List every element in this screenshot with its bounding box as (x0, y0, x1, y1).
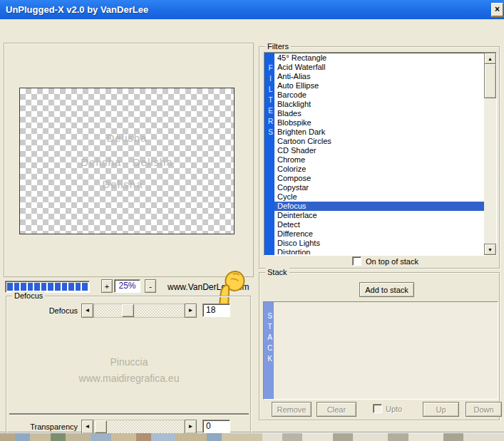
filter-item[interactable]: Detect (274, 220, 484, 229)
defocus-decrease-arrow[interactable]: ◄ (81, 303, 93, 318)
scroll-down-icon[interactable]: ▼ (484, 244, 496, 255)
clear-button: Clear (317, 402, 356, 417)
titlebar: UnPlugged-X v2.0 by VanDerLee (0, 0, 504, 19)
on-top-of-stack-label[interactable]: On top of stack (366, 257, 418, 266)
filter-item[interactable]: Compose (274, 174, 484, 183)
up-button: Up (423, 402, 459, 417)
transparency-slider-track[interactable] (93, 420, 185, 434)
defocus-slider-label: Defocus (22, 306, 78, 315)
filter-item[interactable]: Blobspike (274, 118, 484, 128)
close-icon[interactable]: × (491, 3, 503, 16)
preview-watermark-text: Delisha Delisha (20, 156, 234, 168)
preview-image[interactable]: Delisha Delisha Delisha Delisha (19, 88, 235, 234)
stack-vertical-label: STACK (264, 302, 274, 399)
background-page-strip (0, 433, 504, 441)
preview-watermark-text: Delisha (20, 178, 234, 190)
filter-item[interactable]: Blades (274, 109, 484, 118)
filter-item[interactable]: Cartoon Circles (274, 137, 484, 146)
filter-item[interactable]: Difference (274, 229, 484, 239)
on-top-of-stack-checkbox[interactable] (352, 256, 361, 266)
filter-item[interactable]: Barcode (274, 90, 484, 100)
filter-item[interactable]: Auto Ellipse (274, 81, 484, 90)
progress-block (62, 283, 68, 291)
progress-block (7, 283, 13, 291)
dialog-watermark-url: www.maidiregrafica.eu (58, 373, 200, 384)
progress-block (14, 283, 20, 291)
filter-item[interactable]: Brighten Dark (274, 128, 484, 137)
filters-listbox: FILTERS 45° Rectangle Acid Waterfall Ant… (264, 52, 497, 256)
zoom-level-display: 25% (114, 279, 140, 293)
add-to-stack-button[interactable]: Add to stack (359, 282, 414, 297)
separator-line (9, 413, 249, 415)
vanderlee-website-link[interactable]: www.VanDerLee.com (168, 282, 250, 292)
progress-block (76, 283, 81, 291)
transparency-decrease-arrow[interactable]: ◄ (81, 420, 93, 434)
stack-group-title: Stack (265, 268, 289, 276)
unplugged-x-dialog: UnPlugged-X v2.0 by VanDerLee × Delisha … (0, 0, 504, 441)
progress-block (55, 283, 61, 291)
filter-item[interactable]: Acid Waterfall (274, 63, 484, 72)
filters-group-title: Filters (265, 42, 291, 51)
transparency-value-field[interactable]: 0 (202, 420, 230, 433)
scrollbar-thumb[interactable] (484, 63, 496, 98)
progress-block (34, 283, 40, 291)
transparency-slider-thumb[interactable] (95, 420, 107, 433)
defocus-increase-arrow[interactable]: ► (185, 303, 197, 318)
filter-item[interactable]: Disco Lights (274, 239, 484, 248)
filter-item[interactable]: Colorize (274, 165, 484, 174)
defocus-value-field[interactable]: 18 (202, 303, 230, 317)
filter-item[interactable]: Deinterlace (274, 211, 484, 220)
transparency-increase-arrow[interactable]: ► (185, 420, 197, 434)
filter-item[interactable]: Copystar (274, 183, 484, 192)
defocus-slider-thumb[interactable] (122, 304, 134, 317)
scroll-up-icon[interactable]: ▲ (484, 53, 496, 64)
dialog-watermark-name: Pinuccia (58, 356, 200, 368)
stack-listbox: STACK (263, 301, 498, 400)
filter-item[interactable]: Anti-Alias (274, 72, 484, 81)
filter-item[interactable]: Blacklight (274, 100, 484, 109)
upto-checkbox (373, 404, 382, 413)
progress-block (82, 283, 88, 291)
progress-block (21, 283, 26, 291)
remove-button: Remove (272, 402, 312, 417)
preview-panel: Delisha Delisha Delisha Delisha (4, 43, 254, 277)
filter-item[interactable]: Cycle (274, 192, 484, 202)
filters-scrollbar[interactable]: ▲ ▼ (484, 53, 496, 255)
filter-item[interactable]: 45° Rectangle (274, 53, 484, 63)
progress-block (41, 283, 47, 291)
filter-item[interactable]: Distortion (274, 248, 484, 254)
progress-block (48, 283, 53, 291)
down-button: Down (466, 402, 502, 417)
filter-item[interactable]: Chrome (274, 155, 484, 165)
defocus-group-title: Defocus (12, 291, 45, 300)
filter-item-selected[interactable]: Defocus (274, 202, 484, 211)
preview-watermark-text: Delisha (20, 132, 234, 144)
window-title: UnPlugged-X v2.0 by VanDerLee (6, 4, 148, 15)
filters-list: 45° Rectangle Acid Waterfall Anti-Alias … (274, 53, 484, 254)
transparency-slider-label: Transparency (14, 422, 78, 431)
progress-block (68, 283, 74, 291)
zoom-out-button[interactable]: - (145, 279, 156, 293)
defocus-group: Defocus Defocus ◄ ► 18 Pinuccia www.maid… (6, 296, 251, 441)
stack-group: Stack Add to stack STACK Remove Clear Up… (259, 272, 500, 420)
filters-vertical-label: FILTERS (264, 53, 274, 255)
filter-item[interactable]: CD Shader (274, 146, 484, 155)
zoom-in-button[interactable]: + (101, 279, 113, 293)
defocus-slider-track[interactable] (93, 303, 185, 318)
filters-group: Filters FILTERS 45° Rectangle Acid Water… (259, 46, 500, 269)
dialog-body: Delisha Delisha Delisha Delisha + 25% - … (0, 19, 504, 432)
progress-block (28, 283, 34, 291)
upto-label: Upto (386, 405, 402, 413)
